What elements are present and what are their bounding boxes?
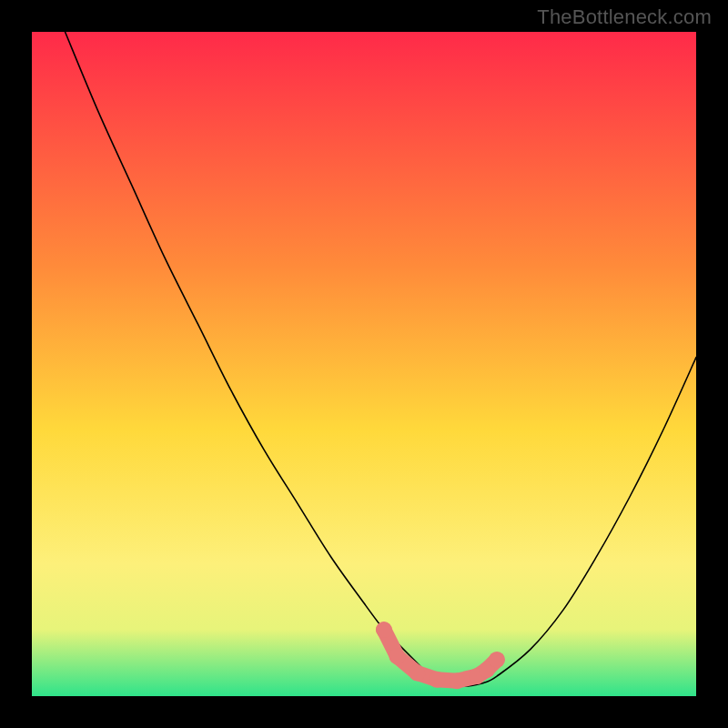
marker-dot	[376, 622, 392, 638]
marker-dot	[489, 652, 505, 668]
bottleneck-curve	[66, 32, 697, 686]
marker-dot	[389, 648, 406, 664]
curve-layer	[32, 32, 696, 696]
marker-dot	[449, 672, 465, 689]
watermark-text: TheBottleneck.com	[537, 5, 712, 29]
marker-dot	[429, 672, 445, 688]
plot-area	[32, 32, 696, 696]
optimal-range-markers	[376, 622, 505, 689]
marker-dot	[409, 665, 425, 682]
chart-container: TheBottleneck.com	[0, 0, 728, 728]
